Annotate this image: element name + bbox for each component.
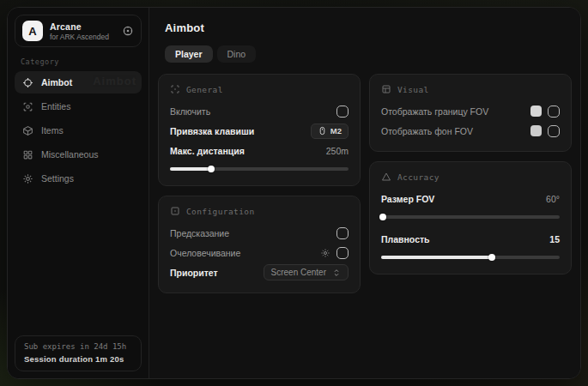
session-info: Sub expires in 24d 15h Session duration … xyxy=(15,335,142,371)
scan-icon xyxy=(22,101,33,112)
sidebar-item-label: Entities xyxy=(41,101,70,112)
page-title: Aimbot xyxy=(165,21,572,34)
smoothness-slider[interactable] xyxy=(381,252,560,262)
sidebar-item-label: Miscellaneous xyxy=(41,149,99,160)
sidebar-item-label: Settings xyxy=(41,173,74,184)
humanization-label: Очеловечивание xyxy=(170,248,240,258)
panel-title: General xyxy=(186,85,223,94)
brand-card: A Arcane for ARK Ascended xyxy=(15,15,142,47)
layout-icon xyxy=(381,84,391,94)
grid-icon xyxy=(22,149,33,160)
row-fov-background: Отображать фон FOV xyxy=(381,122,560,140)
panel-visual: Visual Отображать границу FOV Отображать… xyxy=(369,74,572,152)
crosshair-icon xyxy=(22,77,33,88)
max-distance-slider[interactable] xyxy=(170,164,349,174)
brand-subtitle: for ARK Ascended xyxy=(50,33,115,41)
panel-accuracy: Accuracy Размер FOV 60° xyxy=(369,161,572,274)
sidebar-item-entities[interactable]: Entities xyxy=(15,95,142,118)
smoothness-value: 15 xyxy=(549,234,560,244)
brand-name: Arcane xyxy=(50,21,115,32)
panel-configuration: Configuration Предсказание Очеловечивани… xyxy=(158,196,361,293)
aperture-icon[interactable] xyxy=(122,25,134,37)
panel-title: Configuration xyxy=(186,207,255,216)
sidebar-item-aimbot[interactable]: Aimbot Aimbot xyxy=(15,71,142,93)
panel-title: Accuracy xyxy=(397,172,439,182)
gear-icon xyxy=(22,173,33,184)
row-humanization: Очеловечивание xyxy=(170,244,349,262)
app-window: A Arcane for ARK Ascended Category xyxy=(7,7,581,379)
panel-title: Visual xyxy=(397,85,429,94)
fov-border-label: Отображать границу FOV xyxy=(381,106,488,117)
prediction-label: Предсказание xyxy=(170,228,229,238)
row-priority: Приоритет Screen Center xyxy=(170,263,349,281)
keybind-value: M2 xyxy=(330,126,342,136)
fov-size-label: Размер FOV xyxy=(381,194,434,204)
fov-border-checkbox[interactable] xyxy=(548,106,560,118)
row-fov-size: Размер FOV 60° xyxy=(381,190,560,208)
sidebar-nav: Aimbot Aimbot Entities Items xyxy=(15,71,142,190)
keybind-button[interactable]: M2 xyxy=(311,124,349,139)
unfold-icon xyxy=(332,268,341,277)
max-distance-value: 250m xyxy=(326,146,349,156)
fov-border-color-swatch[interactable] xyxy=(530,106,542,117)
tab-player[interactable]: Player xyxy=(165,45,213,63)
focus-icon xyxy=(170,84,180,94)
row-max-distance: Макс. дистанция 250m xyxy=(170,142,349,160)
sidebar-item-label: Items xyxy=(41,125,64,136)
panel-general: General Включить Привязка клавиши xyxy=(158,74,361,186)
fov-background-color-swatch[interactable] xyxy=(530,125,542,136)
brand-logo: A xyxy=(22,21,43,41)
configuration-icon xyxy=(170,206,180,216)
tab-dino[interactable]: Dino xyxy=(217,45,257,63)
humanization-settings-icon[interactable] xyxy=(320,248,330,258)
sidebar: A Arcane for ARK Ascended Category xyxy=(8,8,149,378)
fov-size-slider[interactable] xyxy=(381,212,560,222)
sidebar-item-label: Aimbot xyxy=(41,77,72,87)
sidebar-item-items[interactable]: Items xyxy=(15,119,142,142)
package-icon xyxy=(22,125,33,136)
priority-value: Screen Center xyxy=(271,268,326,277)
max-distance-label: Макс. дистанция xyxy=(170,146,245,156)
row-keybind: Привязка клавиши M2 xyxy=(170,122,349,140)
slider-thumb[interactable] xyxy=(379,214,386,220)
fov-background-checkbox[interactable] xyxy=(548,125,560,137)
row-enable: Включить xyxy=(170,102,349,120)
category-label: Category xyxy=(21,57,142,66)
row-prediction: Предсказание xyxy=(170,224,349,242)
tab-bar: Player Dino xyxy=(165,45,572,63)
sidebar-item-settings[interactable]: Settings xyxy=(15,167,142,190)
smoothness-label: Плавность xyxy=(381,234,430,244)
prediction-checkbox[interactable] xyxy=(336,227,349,239)
enable-checkbox[interactable] xyxy=(336,106,349,118)
session-duration: Session duration 1m 20s xyxy=(24,354,132,364)
mouse-icon xyxy=(318,126,327,136)
sub-expires: Sub expires in 24d 15h xyxy=(24,342,132,351)
humanization-checkbox[interactable] xyxy=(336,247,349,259)
nav-watermark: Aimbot xyxy=(93,75,136,87)
keybind-label: Привязка клавиши xyxy=(170,126,254,136)
priority-label: Приоритет xyxy=(170,268,218,278)
fov-background-label: Отображать фон FOV xyxy=(381,126,473,136)
triangle-icon xyxy=(381,172,391,182)
row-fov-border: Отображать границу FOV xyxy=(381,102,560,120)
fov-size-value: 60° xyxy=(546,194,560,204)
slider-thumb[interactable] xyxy=(208,166,215,172)
priority-select[interactable]: Screen Center xyxy=(264,264,349,280)
sidebar-item-miscellaneous[interactable]: Miscellaneous xyxy=(15,143,142,166)
row-smoothness: Плавность 15 xyxy=(381,230,560,248)
main-content: Aimbot Player Dino General xyxy=(149,8,580,378)
enable-label: Включить xyxy=(170,106,210,117)
slider-thumb[interactable] xyxy=(488,254,495,261)
